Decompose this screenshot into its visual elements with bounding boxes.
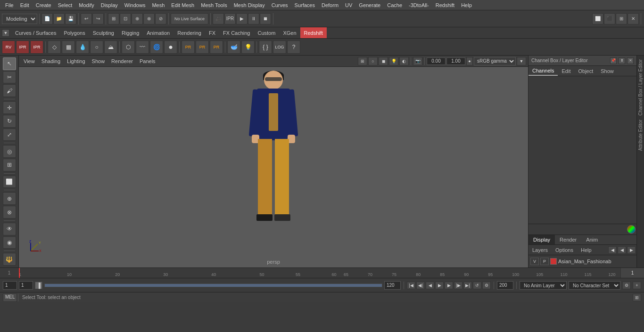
paint-select-button[interactable]: 🖌 bbox=[3, 84, 16, 97]
menu-generate[interactable]: Generate bbox=[355, 1, 384, 9]
timeline-ruler[interactable]: 1 10 20 30 40 50 55 60 65 70 75 80 85 90… bbox=[19, 268, 620, 278]
scale-tool-button[interactable]: ⤢ bbox=[3, 129, 16, 141]
shelf-icon-spiral[interactable]: 🌀 bbox=[150, 40, 163, 54]
snap-live-button[interactable]: ⊘ bbox=[155, 13, 166, 24]
shelf-tab-fx-caching[interactable]: FX Caching bbox=[219, 27, 254, 38]
shelf-icon-diamond[interactable]: ◇ bbox=[48, 40, 61, 54]
vp-gamma-icon[interactable]: ● bbox=[466, 57, 473, 65]
shelf-collapse-button[interactable]: ▼ bbox=[2, 29, 9, 37]
render-button[interactable]: ▶ bbox=[236, 13, 248, 24]
cb-tab-object[interactable]: Object bbox=[574, 66, 597, 76]
select-tool-button[interactable]: ↖ bbox=[3, 57, 16, 70]
shelf-icon-pr1[interactable]: PR bbox=[182, 40, 195, 54]
cb-tab-edit[interactable]: Edit bbox=[558, 66, 574, 76]
vp-light-btn[interactable]: 💡 bbox=[389, 57, 398, 65]
char-set-select[interactable]: No Character Set bbox=[569, 281, 620, 290]
shelf-icon-mountain[interactable]: ⛰ bbox=[104, 40, 117, 54]
pb-go-start-btn[interactable]: |◀ bbox=[407, 282, 415, 289]
shelf-tab-animation[interactable]: Animation bbox=[143, 27, 173, 38]
shelf-icon-light[interactable]: 💡 bbox=[241, 40, 255, 54]
char-set-settings-btn[interactable]: ⚙ bbox=[622, 282, 631, 289]
shelf-tab-redshift[interactable]: Redshift bbox=[300, 27, 327, 38]
vp-menu-show[interactable]: Show bbox=[89, 57, 108, 65]
show-hide-button[interactable]: 👁 bbox=[3, 223, 16, 235]
le-tab-anim[interactable]: Anim bbox=[581, 235, 603, 244]
soft-select-button[interactable]: ◎ bbox=[3, 145, 16, 158]
pb-prev-frame-btn[interactable]: ◀ bbox=[426, 282, 434, 289]
shelf-icon-pr2[interactable]: PR bbox=[196, 40, 209, 54]
range-end-input[interactable] bbox=[384, 281, 401, 290]
shelf-tab-polygons[interactable]: Polygons bbox=[60, 27, 89, 38]
pb-play-btn[interactable]: ▶ bbox=[435, 282, 444, 289]
snap-grid-button[interactable]: ⊞ bbox=[108, 13, 119, 24]
le-menu-help[interactable]: Help bbox=[577, 245, 595, 255]
shelf-tab-rendering[interactable]: Rendering bbox=[173, 27, 205, 38]
new-scene-button[interactable]: 📄 bbox=[41, 13, 53, 24]
menu-uv[interactable]: UV bbox=[342, 1, 355, 9]
vp-smooth-btn[interactable]: ○ bbox=[368, 57, 378, 65]
menu-display[interactable]: Display bbox=[98, 1, 121, 9]
redo-button[interactable]: ↪ bbox=[92, 13, 104, 24]
shelf-tab-xgen[interactable]: XGen bbox=[279, 27, 300, 38]
undo-button[interactable]: ↩ bbox=[81, 13, 92, 24]
vp-menu-lighting[interactable]: Lighting bbox=[64, 57, 88, 65]
single-pane-button[interactable]: ⬜ bbox=[592, 13, 603, 24]
shelf-icon-ipr2[interactable]: IPR bbox=[30, 40, 43, 54]
shelf-icon-code[interactable]: { } bbox=[259, 40, 272, 54]
shelf-icon-drop[interactable]: 💧 bbox=[76, 40, 89, 54]
shelf-tab-fx[interactable]: FX bbox=[205, 27, 219, 38]
open-scene-button[interactable]: 📁 bbox=[53, 13, 65, 24]
marquee-button[interactable]: ⬜ bbox=[3, 176, 16, 188]
frame-input-2[interactable] bbox=[19, 281, 33, 290]
menu-deform[interactable]: Deform bbox=[318, 1, 342, 9]
no-live-surface-btn[interactable]: No Live Surface bbox=[171, 13, 208, 24]
le-menu-options[interactable]: Options bbox=[552, 245, 577, 255]
pb-loop-btn[interactable]: ↺ bbox=[473, 282, 481, 289]
range-handle-left[interactable]: ▐ bbox=[35, 282, 42, 289]
cb-tab-channels[interactable]: Channels bbox=[528, 66, 558, 76]
isolate-button[interactable]: ◉ bbox=[3, 236, 16, 249]
shelf-tab-sculpting[interactable]: Sculpting bbox=[89, 27, 118, 38]
anim-end-input[interactable] bbox=[497, 281, 513, 290]
shelf-tab-rigging[interactable]: Rigging bbox=[118, 27, 143, 38]
layer-visibility-btn[interactable]: V bbox=[530, 258, 539, 265]
menu-redshift[interactable]: Redshift bbox=[432, 1, 458, 9]
move-tool-button[interactable]: ✛ bbox=[3, 101, 16, 114]
shelf-icon-help[interactable]: ? bbox=[287, 40, 300, 54]
menu-create[interactable]: Create bbox=[33, 1, 55, 9]
stop-button[interactable]: ⏹ bbox=[260, 13, 271, 24]
menu-surfaces[interactable]: Surfaces bbox=[291, 1, 318, 9]
ipr-button[interactable]: IPR bbox=[224, 13, 236, 24]
workspace-selector[interactable]: Modeling bbox=[2, 14, 37, 24]
anim-layer-select[interactable]: No Anim Layer bbox=[520, 281, 567, 290]
char-set-extra-btn[interactable]: + bbox=[633, 282, 641, 289]
shelf-icon-sphere[interactable]: ○ bbox=[90, 40, 103, 54]
menu-curves[interactable]: Curves bbox=[268, 1, 291, 9]
le-arrow-right-btn[interactable]: ▶ bbox=[627, 246, 636, 254]
menu-file[interactable]: File bbox=[2, 1, 17, 9]
menu-3dtoall[interactable]: -3DtoAll- bbox=[405, 1, 432, 9]
vp-near-clip-input[interactable] bbox=[427, 57, 446, 65]
shelf-icon-grid[interactable]: ▦ bbox=[62, 40, 75, 54]
menu-edit-mesh[interactable]: Edit Mesh bbox=[168, 1, 198, 9]
lasso-select-button[interactable]: ✂ bbox=[3, 71, 16, 84]
pivot-button[interactable]: ⊗ bbox=[3, 206, 16, 219]
vp-menu-shading[interactable]: Shading bbox=[39, 57, 63, 65]
vp-far-clip-input[interactable] bbox=[446, 57, 465, 65]
two-pane-button[interactable]: ⬛ bbox=[604, 13, 615, 24]
menu-select[interactable]: Select bbox=[55, 1, 76, 9]
snap-curve-button[interactable]: ⊡ bbox=[120, 13, 131, 24]
range-slider[interactable] bbox=[44, 283, 382, 287]
layer-row-default[interactable]: V P Asian_Man_Fashionab bbox=[529, 256, 636, 267]
shelf-tab-curves-surfaces[interactable]: Curves / Surfaces bbox=[11, 27, 60, 38]
vp-gamma-expand-btn[interactable]: ▼ bbox=[517, 57, 526, 65]
pause-button[interactable]: ⏸ bbox=[248, 13, 259, 24]
save-scene-button[interactable]: 💾 bbox=[65, 13, 76, 24]
snap-surface-button[interactable]: ⊗ bbox=[143, 13, 155, 24]
mel-python-toggle[interactable]: MEL bbox=[3, 293, 17, 302]
snap-point-button[interactable]: ⊕ bbox=[132, 13, 143, 24]
menu-mesh[interactable]: Mesh bbox=[149, 1, 168, 9]
shelf-icon-bowl[interactable]: 🥣 bbox=[227, 40, 240, 54]
shelf-icon-pr3[interactable]: PR bbox=[210, 40, 223, 54]
le-tab-render[interactable]: Render bbox=[555, 235, 581, 244]
